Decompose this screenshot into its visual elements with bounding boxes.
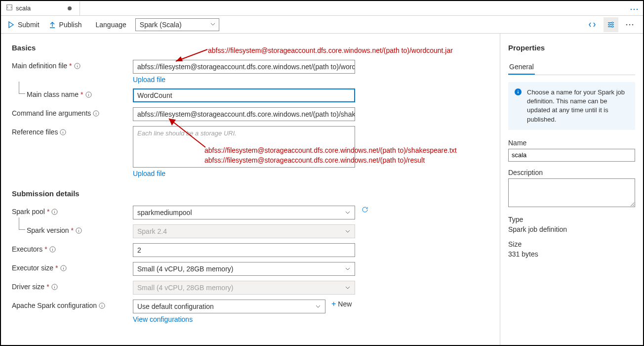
svg-point-4 bbox=[612, 22, 613, 23]
spark-version-label: Spark version* bbox=[12, 224, 133, 234]
dirty-indicator-icon bbox=[68, 6, 72, 10]
info-icon[interactable] bbox=[51, 284, 58, 290]
info-box: Choose a name for your Spark job definit… bbox=[508, 82, 635, 130]
tabbar: scala bbox=[1, 1, 643, 16]
info-icon bbox=[514, 88, 522, 124]
publish-label: Publish bbox=[59, 21, 82, 29]
submission-heading: Submission details bbox=[12, 189, 489, 198]
refresh-button[interactable] bbox=[361, 206, 369, 215]
publish-button[interactable]: Publish bbox=[48, 21, 82, 29]
main-definition-input[interactable]: abfss://filesystem@storageaccount.dfs.co… bbox=[133, 60, 355, 74]
info-icon[interactable] bbox=[85, 91, 92, 98]
executor-size-label: Executor size* bbox=[12, 262, 133, 272]
new-label: New bbox=[338, 300, 352, 308]
plus-icon: + bbox=[331, 300, 336, 308]
size-value: 331 bytes bbox=[508, 250, 635, 258]
main-definition-label: Main definition file* bbox=[12, 60, 133, 70]
upload-file-link-2[interactable]: Upload file bbox=[133, 170, 165, 177]
main-class-input[interactable]: WordCount bbox=[133, 88, 355, 102]
description-textarea[interactable] bbox=[508, 178, 635, 207]
svg-point-5 bbox=[609, 24, 610, 25]
spark-config-label: Apache Spark configuration bbox=[12, 300, 133, 309]
info-icon[interactable] bbox=[93, 110, 99, 117]
cmd-args-label: Command line arguments bbox=[12, 107, 133, 117]
basics-heading: Basics bbox=[12, 43, 489, 52]
properties-tabs: General bbox=[508, 60, 635, 75]
executors-label: Executors* bbox=[12, 243, 133, 253]
svg-rect-0 bbox=[7, 5, 12, 10]
toolbar-right bbox=[585, 17, 637, 32]
toolbar-more-button[interactable] bbox=[622, 17, 637, 32]
chevron-down-icon bbox=[210, 21, 216, 29]
spark-config-select[interactable]: Use default configuration bbox=[133, 300, 325, 313]
language-select[interactable]: Spark (Scala) bbox=[135, 18, 219, 31]
submit-button[interactable]: Submit bbox=[7, 21, 40, 29]
new-config-button[interactable]: + New bbox=[331, 300, 352, 308]
code-view-button[interactable] bbox=[585, 17, 600, 32]
settings-sliders-button[interactable] bbox=[604, 17, 618, 32]
chevron-down-icon bbox=[315, 303, 321, 311]
info-icon[interactable] bbox=[76, 227, 82, 234]
name-input[interactable] bbox=[508, 149, 635, 162]
view-configurations-link[interactable]: View configurations bbox=[133, 315, 193, 323]
cmd-args-input[interactable]: abfss://filesystem@storageaccount.dfs.co… bbox=[133, 107, 355, 121]
reference-files-textarea[interactable]: Each line should be a storage URI. bbox=[133, 126, 355, 168]
chevron-down-icon bbox=[345, 284, 351, 292]
driver-size-label: Driver size* bbox=[12, 281, 133, 291]
file-code-icon bbox=[6, 4, 13, 12]
chevron-down-icon bbox=[345, 265, 351, 273]
size-label: Size bbox=[508, 240, 635, 248]
reference-files-label: Reference files bbox=[12, 126, 133, 136]
properties-heading: Properties bbox=[508, 43, 635, 52]
toolbar: Submit Publish Language Spark (Scala) bbox=[1, 16, 643, 34]
main-class-label: Main class name* bbox=[12, 88, 133, 98]
svg-point-2 bbox=[634, 9, 635, 10]
type-value: Spark job definition bbox=[508, 225, 635, 233]
file-tab[interactable]: scala bbox=[1, 1, 80, 15]
svg-point-8 bbox=[629, 24, 631, 25]
description-label: Description bbox=[508, 169, 635, 176]
tab-general[interactable]: General bbox=[508, 60, 535, 75]
language-value: Spark (Scala) bbox=[140, 21, 182, 29]
spark-pool-select[interactable]: sparkmediumpool bbox=[133, 206, 355, 219]
executors-input[interactable]: 2 bbox=[133, 243, 355, 257]
svg-point-9 bbox=[632, 24, 634, 25]
svg-point-1 bbox=[631, 9, 632, 10]
info-icon[interactable] bbox=[99, 303, 105, 309]
executor-size-select[interactable]: Small (4 vCPU, 28GB memory) bbox=[133, 262, 355, 276]
main-panel: Basics Main definition file* abfss://fil… bbox=[1, 34, 500, 345]
info-icon[interactable] bbox=[60, 265, 67, 271]
info-text: Choose a name for your Spark job definit… bbox=[527, 88, 629, 124]
chevron-down-icon bbox=[345, 209, 351, 217]
language-label: Language bbox=[96, 21, 126, 29]
name-label: Name bbox=[508, 139, 635, 147]
svg-point-3 bbox=[637, 9, 638, 10]
tab-title: scala bbox=[16, 4, 65, 12]
svg-point-7 bbox=[626, 24, 628, 25]
upload-file-link-1[interactable]: Upload file bbox=[133, 76, 165, 84]
properties-panel: Properties General Choose a name for you… bbox=[500, 34, 643, 345]
spark-version-select: Spark 2.4 bbox=[133, 224, 355, 238]
chevron-down-icon bbox=[345, 228, 351, 236]
tabbar-more-button[interactable] bbox=[630, 4, 643, 12]
type-label: Type bbox=[508, 216, 635, 223]
svg-point-6 bbox=[612, 26, 613, 27]
info-icon[interactable] bbox=[60, 129, 66, 135]
driver-size-select: Small (4 vCPU, 28GB memory) bbox=[133, 281, 355, 295]
info-icon[interactable] bbox=[49, 246, 56, 253]
spark-pool-label: Spark pool* bbox=[12, 206, 133, 216]
submit-label: Submit bbox=[18, 21, 40, 29]
info-icon[interactable] bbox=[74, 63, 80, 69]
info-icon[interactable] bbox=[51, 209, 58, 215]
